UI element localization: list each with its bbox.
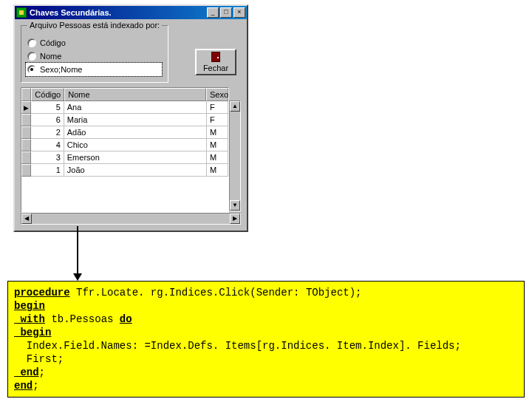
cell-nome[interactable]: Ana — [64, 101, 207, 114]
code-text: Index.Field.Names: =Index.Defs. Items[rg… — [14, 340, 461, 352]
col-nome[interactable]: Nome — [64, 88, 206, 101]
kw-procedure: procedure — [14, 287, 70, 299]
table-row[interactable]: 2 Adão M — [21, 126, 228, 139]
radio-icon — [27, 65, 36, 74]
cell-sexo[interactable]: F — [207, 101, 228, 114]
cell-codigo[interactable]: 6 — [31, 114, 64, 126]
horizontal-scrollbar[interactable]: ◀ ▶ — [21, 213, 241, 225]
cell-sexo[interactable]: M — [207, 151, 228, 164]
maximize-button[interactable]: □ — [220, 7, 232, 18]
app-icon — [16, 7, 27, 18]
app-window: Chaves Secundárias. _ □ × Arquivo Pessoa… — [13, 4, 248, 232]
col-sexo[interactable]: Sexo — [206, 88, 228, 101]
cell-codigo[interactable]: 2 — [31, 126, 64, 139]
code-text: Tfr.Locate. rg.Indices.Click(Sender: TOb… — [70, 287, 362, 299]
fechar-label: Fechar — [203, 64, 228, 72]
cell-nome[interactable]: Adão — [64, 126, 207, 139]
arrow-down-icon — [77, 226, 78, 279]
row-indicator-icon — [21, 151, 31, 164]
code-text: First; — [14, 353, 64, 365]
table-row[interactable]: 4 Chico M — [21, 139, 228, 151]
cell-codigo[interactable]: 5 — [31, 101, 64, 114]
table-row[interactable]: 3 Emerson M — [21, 151, 228, 164]
table-row[interactable]: ▶ 5 Ana F — [21, 101, 228, 114]
row-indicator-icon — [21, 139, 31, 151]
groupbox-legend: Arquivo Pessoas está indexado por: — [27, 21, 162, 30]
kw-begin: begin — [14, 327, 51, 338]
kw-with: with — [14, 313, 45, 325]
code-text: tb.Pessoas — [45, 313, 120, 325]
scroll-right-icon[interactable]: ▶ — [230, 214, 240, 224]
cell-sexo[interactable]: F — [207, 114, 228, 126]
kw-do: do — [120, 313, 132, 325]
door-exit-icon — [211, 52, 220, 62]
radio-icon — [27, 38, 36, 47]
cell-codigo[interactable]: 3 — [31, 151, 64, 164]
radio-sexo-nome[interactable]: Sexo;Nome — [26, 63, 162, 76]
col-indicator[interactable] — [21, 88, 31, 101]
cell-codigo[interactable]: 1 — [31, 164, 64, 177]
grid-body[interactable]: ▶ 5 Ana F 6 Maria F 2 Adão — [21, 101, 228, 212]
radio-label: Código — [40, 38, 66, 47]
kw-end: end — [14, 380, 33, 392]
code-text: ; — [33, 380, 38, 392]
col-codigo[interactable]: Código — [31, 88, 64, 101]
vertical-scrollbar[interactable]: ▲ ▼ — [229, 100, 241, 211]
kw-end: end — [14, 366, 39, 378]
code-block: procedure Tfr.Locate. rg.Indices.Click(S… — [7, 281, 525, 398]
index-groupbox: Arquivo Pessoas está indexado por: Códig… — [21, 25, 168, 83]
scroll-up-icon[interactable]: ▲ — [230, 101, 240, 112]
cell-sexo[interactable]: M — [207, 126, 228, 139]
minimize-button[interactable]: _ — [207, 7, 219, 18]
table-row[interactable]: 1 João M — [21, 164, 228, 177]
radio-icon — [27, 52, 36, 61]
window-title: Chaves Secundárias. — [30, 8, 207, 17]
cell-nome[interactable]: Chico — [64, 139, 207, 151]
radio-nome[interactable]: Nome — [27, 50, 162, 63]
radio-codigo[interactable]: Código — [27, 36, 162, 50]
cell-codigo[interactable]: 4 — [31, 139, 64, 151]
data-grid[interactable]: Código Nome Sexo ▶ 5 Ana F 6 Maria — [21, 87, 241, 225]
cell-nome[interactable]: João — [64, 164, 207, 177]
scroll-left-icon[interactable]: ◀ — [21, 214, 32, 224]
kw-begin: begin — [14, 300, 45, 312]
grid-header: Código Nome Sexo — [21, 88, 228, 101]
cell-nome[interactable]: Emerson — [64, 151, 207, 164]
radio-label: Nome — [40, 52, 61, 61]
close-window-button[interactable]: × — [233, 7, 245, 18]
cell-sexo[interactable]: M — [207, 164, 228, 177]
cell-sexo[interactable]: M — [207, 139, 228, 151]
titlebar[interactable]: Chaves Secundárias. _ □ × — [15, 6, 247, 19]
row-indicator-icon — [21, 126, 31, 139]
client-area: Arquivo Pessoas está indexado por: Códig… — [15, 19, 247, 231]
row-indicator-icon — [21, 114, 31, 126]
row-indicator-icon — [21, 164, 31, 177]
cell-nome[interactable]: Maria — [64, 114, 207, 126]
fechar-button[interactable]: Fechar — [195, 49, 236, 75]
table-row[interactable]: 6 Maria F — [21, 114, 228, 126]
scroll-down-icon[interactable]: ▼ — [230, 200, 240, 211]
radio-label: Sexo;Nome — [40, 65, 82, 74]
row-indicator-icon: ▶ — [21, 101, 31, 114]
code-text: ; — [39, 366, 45, 378]
